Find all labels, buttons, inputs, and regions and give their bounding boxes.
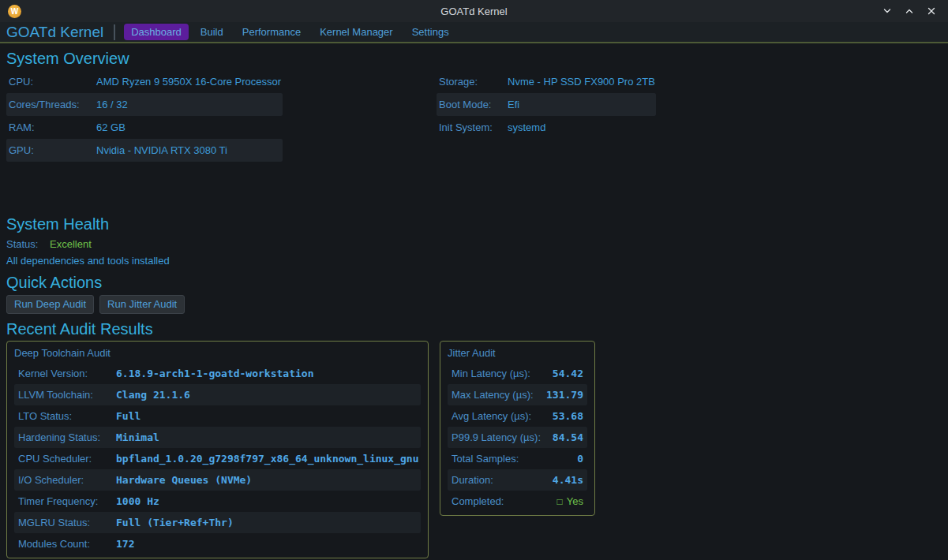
overview-row: CPU: AMD Ryzen 9 5950X 16-Core Processor [6,70,283,93]
jitter-audit-panel: Jitter Audit Min Latency (µs): 54.42 Max… [440,341,595,516]
row-value: 53.68 [553,410,583,422]
row-label: Kernel Version: [18,368,116,379]
overview-row: GPU: Nvidia - NVIDIA RTX 3080 Ti [6,139,283,162]
row-value: 54.42 [553,368,583,379]
panel-title: Jitter Audit [448,344,587,363]
table-row: CPU Scheduler: bpfland_1.0.20_g7298f797_… [14,448,421,469]
row-value: 172 [116,538,134,550]
table-row: MGLRU Status: Full (Tier+Ref+Thr) [14,512,421,533]
row-label: Min Latency (µs): [452,368,553,379]
overview-left-column: CPU: AMD Ryzen 9 5950X 16-Core Processor… [6,70,437,162]
nav-tab[interactable]: Build [193,24,230,40]
row-value: 16 / 32 [96,99,128,110]
dashboard-content: System Overview CPU: AMD Ryzen 9 5950X 1… [0,43,948,560]
table-row: I/O Scheduler: Hardware Queues (NVMe) [14,469,421,491]
app-brand: GOATd Kernel [6,24,103,41]
table-row: LLVM Toolchain: Clang 21.1.6 [14,384,421,405]
close-icon[interactable] [923,2,940,20]
minimize-icon[interactable] [879,2,896,20]
deep-toolchain-audit-panel: Deep Toolchain Audit Kernel Version: 6.1… [6,341,429,558]
system-health: System Health Status: Excellent All depe… [6,214,942,269]
row-value: Hardware Queues (NVMe) [116,474,252,486]
row-label: Modules Count: [18,538,116,550]
table-row: Total Samples: 0 [448,448,587,469]
nav-tab[interactable]: Dashboard [124,24,189,40]
window-controls [879,2,948,20]
row-value: Yes [567,495,583,507]
quick-actions: Quick Actions Run Deep Audit Run Jitter … [6,272,942,314]
table-row: Kernel Version: 6.18.9-arch1-1-goatd-wor… [14,363,421,384]
window-title: GOATd Kernel [0,6,948,17]
navbar: GOATd Kernel Dashboard Build Performance… [0,22,948,43]
row-value: 4.41s [553,474,583,486]
nav-tab[interactable]: Performance [235,24,308,40]
row-label: Boot Mode: [439,99,508,110]
row-label: P99.9 Latency (µs): [452,431,553,443]
table-row: LTO Status: Full [14,405,421,427]
health-detail: All dependencies and tools installed [6,252,942,269]
health-status-line: Status: Excellent [6,236,942,252]
completed-value: □ Yes [557,495,583,507]
row-label: Timer Frequency: [18,495,116,507]
overview-row: Cores/Threads: 16 / 32 [6,93,283,116]
app-window: W GOATd Kernel GOATd Kernel Dashboard Bu… [0,0,948,560]
table-row-completed: Completed: □ Yes [448,491,587,512]
recent-audit-results: Recent Audit Results Deep Toolchain Audi… [6,319,942,558]
row-value: Full (Tier+Ref+Thr) [116,517,234,528]
row-value: 1000 Hz [116,495,159,507]
section-heading-system-health: System Health [6,214,942,234]
table-row: Timer Frequency: 1000 Hz [14,491,421,512]
table-row: Avg Latency (µs): 53.68 [448,405,587,427]
section-heading-recent-audit-results: Recent Audit Results [6,319,942,339]
row-value: 62 GB [96,121,126,133]
row-value: 6.18.9-arch1-1-goatd-workstation [116,368,313,379]
row-value: 0 [577,453,583,465]
row-label: RAM: [9,121,96,133]
row-value: systemd [508,121,545,133]
nav-tab[interactable]: Kernel Manager [313,24,400,40]
overview-row: Storage: Nvme - HP SSD FX900 Pro 2TB [437,70,656,93]
quick-action-button[interactable]: Run Jitter Audit [99,295,185,314]
overview-right-column: Storage: Nvme - HP SSD FX900 Pro 2TB Boo… [437,70,656,162]
status-label: Status: [6,238,50,250]
table-row: Max Latency (µs): 131.79 [448,384,587,405]
titlebar: W GOATd Kernel [0,0,948,22]
quick-action-buttons: Run Deep Audit Run Jitter Audit [6,295,942,314]
nav-separator [114,24,115,40]
table-row: Min Latency (µs): 54.42 [448,363,587,384]
row-label: Avg Latency (µs): [452,410,553,422]
table-row: Modules Count: 172 [14,533,421,554]
row-value: Efi [508,99,519,110]
row-label: CPU: [9,76,96,88]
row-value: AMD Ryzen 9 5950X 16-Core Processor [96,76,281,88]
row-value: Minimal [116,431,159,443]
row-label: Duration: [452,474,553,486]
maximize-icon[interactable] [901,2,918,20]
row-label: MGLRU Status: [18,517,116,528]
row-label: Completed: [452,495,557,507]
table-row: Duration: 4.41s [448,469,587,491]
row-value: Nvidia - NVIDIA RTX 3080 Ti [96,144,227,156]
row-label: LTO Status: [18,410,116,422]
nav-tabs: Dashboard Build Performance Kernel Manag… [124,24,455,40]
nav-tab[interactable]: Settings [405,24,456,40]
system-overview: CPU: AMD Ryzen 9 5950X 16-Core Processor… [6,70,942,162]
row-label: I/O Scheduler: [18,474,116,486]
table-row: P99.9 Latency (µs): 84.54 [448,427,587,448]
row-label: GPU: [9,144,96,156]
row-value: bpfland_1.0.20_g7298f797_x86_64_unknown_… [116,453,419,465]
row-label: CPU Scheduler: [18,453,116,465]
row-label: Storage: [439,76,508,88]
section-heading-system-overview: System Overview [6,48,942,69]
app-icon: W [8,5,21,18]
app-icon-letter: W [11,7,18,16]
overview-row: Init System: systemd [437,116,656,139]
row-label: Cores/Threads: [9,99,96,110]
row-label: LLVM Toolchain: [18,389,116,401]
quick-action-button[interactable]: Run Deep Audit [6,295,94,314]
row-value: Nvme - HP SSD FX900 Pro 2TB [508,76,655,88]
row-label: Hardening Status: [18,431,116,443]
status-badge: Excellent [50,238,92,250]
deep-audit-rows: Kernel Version: 6.18.9-arch1-1-goatd-wor… [14,363,421,554]
jitter-audit-rows: Min Latency (µs): 54.42 Max Latency (µs)… [448,363,587,491]
